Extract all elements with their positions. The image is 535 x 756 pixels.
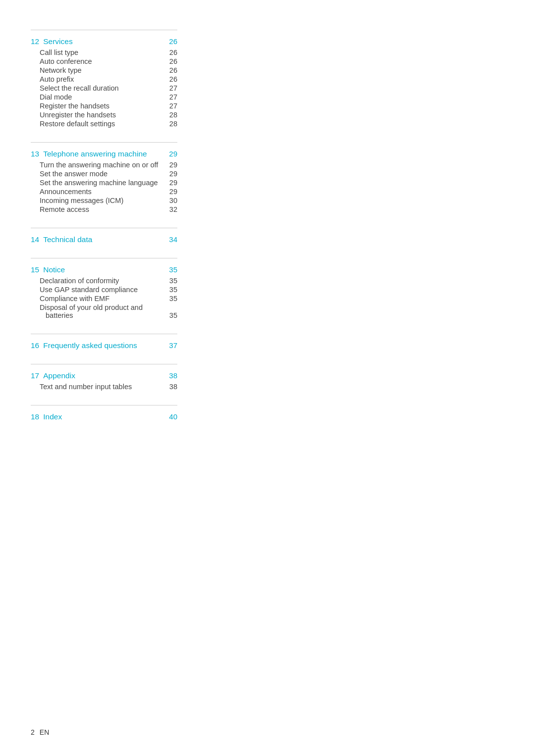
divider-13: [31, 142, 177, 143]
section-page-18: 40: [169, 412, 177, 421]
section-page-16: 37: [169, 341, 177, 350]
list-item: Auto conference 26: [31, 57, 177, 66]
list-item: Set the answering machine language 29: [31, 178, 177, 187]
divider-12: [31, 30, 177, 30]
list-item: Restore default settings 28: [31, 119, 177, 128]
list-item: Use GAP standard compliance 35: [31, 285, 177, 294]
divider-16: [31, 334, 177, 334]
section-title-12: Services: [43, 37, 72, 46]
list-item: Network type 26: [31, 66, 177, 75]
section-title-row-17: 17 Appendix: [31, 371, 75, 380]
list-item: Remote access 32: [31, 205, 177, 214]
section-number-15: 15: [31, 265, 39, 274]
list-item: Select the recall duration 27: [31, 84, 177, 93]
footer-language: EN: [40, 728, 49, 736]
toc-section-16: 16 Frequently asked questions 37: [31, 334, 177, 350]
section-title-row-13: 13 Telephone answering machine: [31, 150, 147, 158]
section-number-16: 16: [31, 341, 39, 350]
toc-section-14: 14 Technical data 34: [31, 228, 177, 244]
section-title-17: Appendix: [43, 371, 75, 380]
footer: 2 EN: [31, 728, 49, 736]
section-title-14: Technical data: [43, 235, 92, 244]
section-page-12: 26: [169, 37, 177, 46]
toc-section-15: 15 Notice 35 Declaration of conformity 3…: [31, 258, 177, 320]
toc-section-13: 13 Telephone answering machine 29 Turn t…: [31, 142, 177, 214]
section-title-16: Frequently asked questions: [43, 341, 137, 350]
list-item: Auto prefix 26: [31, 75, 177, 84]
divider-14: [31, 228, 177, 228]
list-item: Dial mode 27: [31, 93, 177, 101]
section-header-18: 18 Index 40: [31, 412, 177, 421]
section-title-row-18: 18 Index: [31, 412, 62, 421]
list-item: Call list type 26: [31, 48, 177, 57]
list-item: Turn the answering machine on or off 29: [31, 160, 177, 169]
list-item: Register the handsets 27: [31, 101, 177, 110]
section-header-13: 13 Telephone answering machine 29: [31, 150, 177, 158]
divider-17: [31, 364, 177, 364]
section-number-13: 13: [31, 150, 39, 158]
divider-18: [31, 405, 177, 405]
section-title-row-12: 12 Services: [31, 37, 73, 46]
section-header-16: 16 Frequently asked questions 37: [31, 341, 177, 350]
section-title-18: Index: [43, 412, 62, 421]
section-number-18: 18: [31, 412, 39, 421]
section-page-13: 29: [169, 150, 177, 158]
section-number-17: 17: [31, 371, 39, 380]
list-item: Declaration of conformity 35: [31, 276, 177, 285]
section-title-row-16: 16 Frequently asked questions: [31, 341, 137, 350]
section-page-14: 34: [169, 235, 177, 244]
section-title-row-15: 15 Notice: [31, 265, 65, 274]
list-item: Incoming messages (ICM) 30: [31, 196, 177, 205]
section-page-17: 38: [169, 371, 177, 380]
list-item: Unregister the handsets 28: [31, 110, 177, 119]
list-item: Announcements 29: [31, 187, 177, 196]
page-container: 12 Services 26 Call list type 26 Auto co…: [0, 0, 208, 475]
section-title-15: Notice: [43, 265, 65, 274]
list-item: Compliance with EMF 35: [31, 294, 177, 303]
list-item: Text and number input tables 38: [31, 382, 177, 391]
footer-page-number: 2: [31, 728, 35, 736]
toc-section-17: 17 Appendix 38 Text and number input tab…: [31, 364, 177, 391]
section-header-17: 17 Appendix 38: [31, 371, 177, 380]
list-item: Disposal of your old product and batteri…: [31, 303, 177, 320]
divider-15: [31, 258, 177, 258]
section-title-13: Telephone answering machine: [43, 150, 147, 158]
toc-section-18: 18 Index 40: [31, 405, 177, 421]
section-header-15: 15 Notice 35: [31, 265, 177, 274]
section-header-12: 12 Services 26: [31, 37, 177, 46]
section-header-14: 14 Technical data 34: [31, 235, 177, 244]
section-title-row-14: 14 Technical data: [31, 235, 92, 244]
list-item: Set the answer mode 29: [31, 169, 177, 178]
toc-section-12: 12 Services 26 Call list type 26 Auto co…: [31, 30, 177, 128]
section-page-15: 35: [169, 265, 177, 274]
section-number-14: 14: [31, 235, 39, 244]
section-number-12: 12: [31, 37, 39, 46]
